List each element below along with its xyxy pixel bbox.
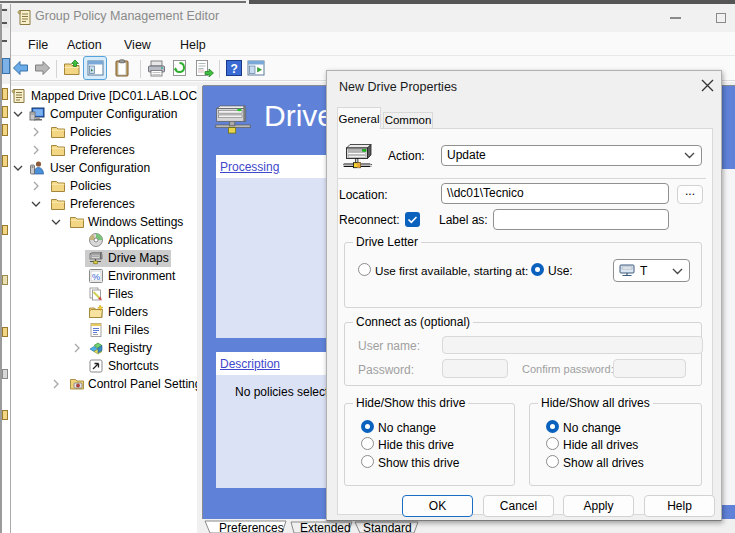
svg-text:Preferences: Preferences [219, 521, 284, 533]
svg-text:Standard: Standard [363, 521, 412, 533]
svg-text:Extended: Extended [300, 521, 351, 533]
svg-text:%: % [92, 272, 100, 282]
svg-text:?: ? [231, 62, 238, 76]
